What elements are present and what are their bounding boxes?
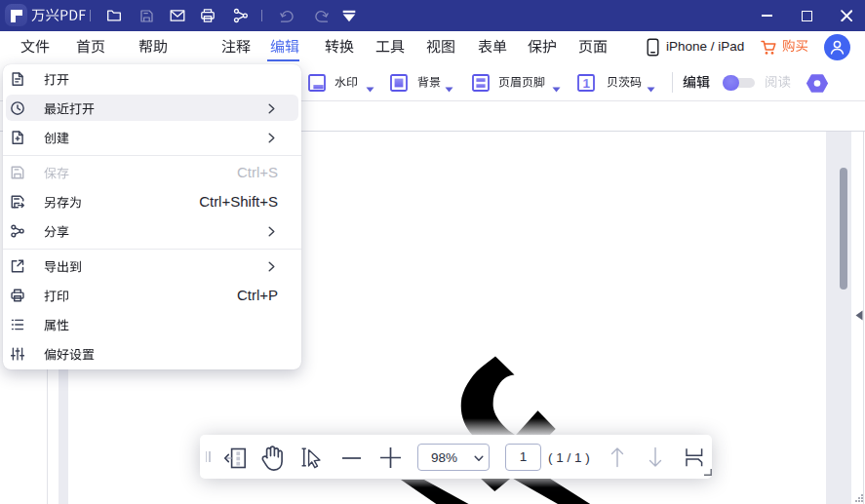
svg-text:1: 1 xyxy=(582,76,590,91)
